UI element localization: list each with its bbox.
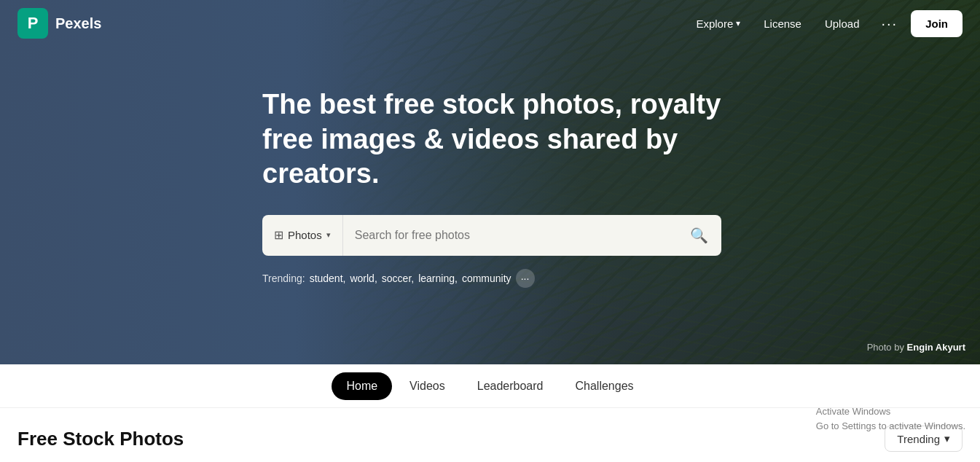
- hero-title: The best free stock photos, royalty free…: [262, 87, 729, 192]
- trending-tag-student[interactable]: student,: [310, 273, 346, 284]
- brand-name: Pexels: [55, 15, 101, 32]
- chevron-down-icon: ▾: [326, 230, 331, 240]
- section-bar: Free Stock Photos Trending ▾: [0, 408, 980, 458]
- trending-row: Trending: student, world, soccer, learni…: [262, 269, 729, 288]
- nav-home[interactable]: Home: [332, 372, 392, 400]
- bottom-nav: Home Videos Leaderboard Challenges: [0, 364, 980, 408]
- trending-dropdown-button[interactable]: Trending ▾: [885, 426, 963, 452]
- photo-credit-link[interactable]: Engin Akyurt: [907, 342, 965, 353]
- search-type-button[interactable]: ⊞ Photos ▾: [262, 215, 343, 256]
- logo-icon: P: [17, 8, 48, 39]
- license-link[interactable]: License: [755, 12, 810, 36]
- image-icon: ⊞: [274, 228, 283, 242]
- join-button[interactable]: Join: [911, 10, 963, 37]
- nav-leaderboard[interactable]: Leaderboard: [463, 372, 558, 400]
- search-bar: ⊞ Photos ▾ 🔍: [262, 215, 721, 256]
- upload-link[interactable]: Upload: [816, 12, 869, 36]
- chevron-down-icon: ▾: [944, 432, 950, 445]
- trending-tag-community[interactable]: community: [462, 273, 511, 284]
- trending-dropdown-label: Trending: [897, 433, 940, 445]
- search-type-label: Photos: [288, 229, 322, 241]
- hero-section: P Pexels Explore License Upload ··· Join…: [0, 0, 980, 364]
- photo-credit: Photo by Engin Akyurt: [867, 342, 965, 353]
- trending-tag-learning[interactable]: learning,: [418, 273, 458, 284]
- hero-content: The best free stock photos, royalty free…: [262, 87, 729, 288]
- trending-label: Trending:: [262, 273, 305, 284]
- trending-tag-soccer[interactable]: soccer,: [382, 273, 414, 284]
- trending-more-button[interactable]: ···: [516, 269, 535, 288]
- nav-challenges[interactable]: Challenges: [561, 372, 648, 400]
- trending-tag-world[interactable]: world,: [350, 273, 377, 284]
- explore-link[interactable]: Explore: [687, 12, 749, 36]
- section-title: Free Stock Photos: [17, 428, 184, 450]
- logo-link[interactable]: P Pexels: [17, 8, 101, 39]
- nav-links: Explore License Upload ··· Join: [687, 9, 963, 38]
- search-icon: 🔍: [690, 227, 708, 244]
- more-menu-button[interactable]: ···: [874, 9, 905, 38]
- navbar: P Pexels Explore License Upload ··· Join: [0, 0, 980, 47]
- search-button[interactable]: 🔍: [677, 227, 721, 244]
- search-input[interactable]: [343, 229, 677, 242]
- nav-videos[interactable]: Videos: [395, 372, 460, 400]
